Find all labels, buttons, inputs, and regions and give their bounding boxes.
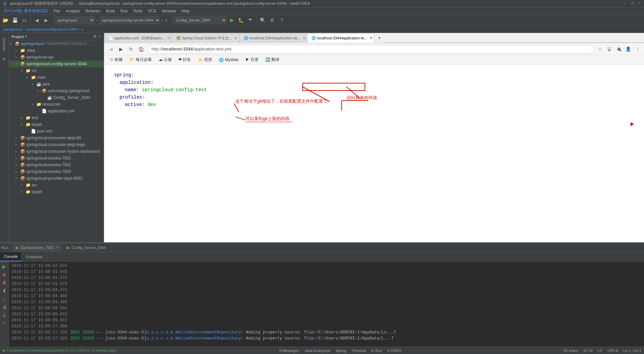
toolbar-back-btn[interactable]: ◀ bbox=[33, 16, 41, 24]
help-btn[interactable]: ? bbox=[278, 16, 286, 24]
toolbar-open-btn[interactable]: 📂 bbox=[1, 16, 9, 24]
tree-item-config-server[interactable]: ▾ 📦 springcloud-config-server-3344 bbox=[9, 61, 104, 67]
debug-button[interactable]: 🐛 bbox=[237, 16, 245, 24]
run-tab-config[interactable]: ▶ Config_Server_3344 bbox=[63, 244, 109, 251]
tree-item-test[interactable]: ▸ 📁 test bbox=[9, 114, 104, 121]
run-tab-eureka[interactable]: ▶ EurekaServer_7001 ✕ bbox=[12, 244, 62, 251]
run-tab-eureka-close[interactable]: ✕ bbox=[56, 246, 59, 249]
project-dropdown-icon[interactable]: ▾ bbox=[25, 34, 27, 39]
sidebar-expand-icon[interactable]: ⤢ bbox=[98, 34, 101, 39]
menu-run[interactable]: Run bbox=[117, 7, 130, 15]
scroll-end-btn[interactable]: ⤓ bbox=[1, 311, 8, 319]
menu-file[interactable]: File bbox=[51, 7, 63, 15]
bookmark-baidu[interactable]: ▶ 百度 bbox=[243, 56, 261, 63]
breadcrumb-config[interactable]: springcloud-config-server-3344 bbox=[26, 27, 77, 31]
cast-icon[interactable]: 📡 bbox=[606, 45, 613, 53]
console-tab[interactable]: Console bbox=[0, 252, 22, 261]
browser-tab-1[interactable]: 📄 application.yml · 狂神说/sprin... ✕ bbox=[104, 33, 171, 43]
tree-item-eureka-7002[interactable]: ▸ 📦 springcloud-eureka-7002 bbox=[9, 162, 104, 168]
run-config-selector[interactable]: Config_Server_3344 bbox=[173, 16, 227, 24]
stop-btn[interactable]: ■ bbox=[1, 271, 8, 278]
tree-item-config-class[interactable]: ▸ ☕ Config_Server_3344 bbox=[9, 94, 104, 101]
tree-item-pom[interactable]: ▸ 📄 pom.xml bbox=[9, 128, 104, 135]
close-button[interactable]: ✕ bbox=[637, 1, 641, 6]
bookmark-myweb[interactable]: 🌐 MyWeb bbox=[216, 57, 241, 63]
tree-item-consumer-hystrix[interactable]: ▸ 📦 springcloud-consumer-hystrix-dashboa… bbox=[9, 148, 104, 155]
tree-item-target[interactable]: ▸ 📁 target bbox=[9, 121, 104, 128]
tree-item-provider-src[interactable]: ▸ 📁 src bbox=[9, 182, 104, 188]
step-into-btn[interactable]: ↓ bbox=[1, 295, 8, 303]
tree-item-eureka-7003[interactable]: ▸ 📦 springcloud-eureka-7003 bbox=[9, 168, 104, 175]
tree-item-main[interactable]: ▾ 📁 main bbox=[9, 74, 104, 81]
run-button[interactable]: ▶ bbox=[228, 16, 236, 24]
browser-tab-2[interactable]: 🌿 Spring Cloud Dalston 中文文... ✕ bbox=[172, 33, 239, 43]
back-button[interactable]: ◀ bbox=[107, 45, 115, 53]
reload-button[interactable]: ↻ bbox=[127, 45, 135, 53]
tree-item-package[interactable]: ▾ 📦 com.kuang.springcloud bbox=[9, 87, 104, 94]
tab4-close[interactable]: ✕ bbox=[369, 36, 373, 40]
restart-btn[interactable]: ▶ bbox=[1, 263, 8, 270]
bookmark-translate[interactable]: 🔤 翻译 bbox=[263, 56, 282, 63]
project-selector[interactable]: springcloud bbox=[55, 16, 95, 24]
breadcrumb-springcloud[interactable]: springcloud bbox=[3, 27, 22, 31]
browser-tab-3[interactable]: 🌐 localhost:3344/application-de... ✕ bbox=[239, 33, 307, 43]
status-java-tab[interactable]: Java Enterprise bbox=[305, 349, 330, 353]
address-bar[interactable]: http://localhost:3344/application-test.y… bbox=[147, 45, 594, 54]
profile-icon[interactable]: 👤 bbox=[624, 45, 632, 53]
status-messages-tab[interactable]: 0 Messages bbox=[279, 349, 299, 353]
home-button[interactable]: 🏠 bbox=[137, 45, 145, 53]
tree-item-src[interactable]: ▾ 📁 src bbox=[9, 67, 104, 74]
tab1-close[interactable]: ✕ bbox=[167, 36, 170, 41]
module-selector[interactable]: springcloud-config-server-3344 bbox=[99, 16, 160, 24]
tree-item-java[interactable]: ▾ ☕ java bbox=[9, 81, 104, 87]
print-btn[interactable]: 🖨 bbox=[1, 303, 8, 311]
menu-analyze[interactable]: Analyze bbox=[63, 7, 83, 15]
menu-window[interactable]: Window bbox=[159, 7, 179, 15]
toolbar-forward-btn[interactable]: ▶ bbox=[42, 16, 50, 24]
menu-vcs[interactable]: VCS bbox=[145, 7, 159, 15]
tree-item-consumer-80[interactable]: ▸ 📦 springcloud-consumer-dept-80 bbox=[9, 135, 104, 141]
breadcrumb-s[interactable]: s bbox=[81, 27, 83, 31]
status-terminal-tab[interactable]: Terminal bbox=[352, 349, 366, 353]
tab3-close[interactable]: ✕ bbox=[303, 36, 306, 41]
close-run-btn[interactable]: ✕ bbox=[1, 319, 8, 327]
bookmark-favorites[interactable]: ☆ 收藏 bbox=[107, 56, 125, 63]
extension-icon[interactable]: 🔌 bbox=[615, 45, 622, 53]
sidebar-gear-icon[interactable]: ⚙ bbox=[93, 34, 97, 39]
browser-tab-4[interactable]: 🌐 localhost:3344/application-te... ✕ bbox=[307, 33, 374, 43]
menu-help[interactable]: Help bbox=[179, 7, 193, 15]
status-spring-tab[interactable]: Spring bbox=[336, 349, 346, 353]
status-todo-tab[interactable]: 6 TODO bbox=[387, 349, 401, 353]
pause-btn[interactable]: ⏸ bbox=[1, 279, 8, 286]
step-over-btn[interactable]: ⬇ bbox=[1, 287, 8, 294]
endpoints-tab[interactable]: Endpoints bbox=[22, 252, 47, 261]
menu-build[interactable]: Build bbox=[103, 7, 118, 15]
tree-item-idea[interactable]: ▸ 📁 .idea bbox=[9, 47, 104, 54]
bookmark-daily[interactable]: 📁 每日必看 bbox=[127, 56, 154, 63]
menu-dots-icon[interactable]: ⋮ bbox=[634, 45, 641, 53]
toolbar-save-all-btn[interactable]: 🗂 bbox=[20, 16, 28, 24]
favorites-btn[interactable]: ★ bbox=[1, 55, 8, 63]
search-everywhere-btn[interactable]: 🔍 bbox=[259, 16, 267, 24]
bookmark-star-icon[interactable]: ☆ bbox=[596, 45, 604, 53]
status-run-tab[interactable]: 4: Run bbox=[371, 349, 382, 353]
tree-item-eureka-7001[interactable]: ▸ 📦 springcloud-eureka-7001 bbox=[9, 155, 104, 162]
tree-item-springcloud[interactable]: ▾ 📦 springcloud F:\班级管理\西开 [19525] \2... bbox=[9, 40, 104, 47]
settings-btn[interactable]: ⚙ bbox=[268, 16, 276, 24]
coverage-button[interactable]: ☂ bbox=[246, 16, 255, 24]
minimize-button[interactable]: ─ bbox=[623, 1, 628, 6]
bookmark-youku[interactable]: ⭐ 优劣 bbox=[195, 56, 214, 63]
tree-item-provider-8001[interactable]: ▾ 📦 springcloud-provider-dept-8001 bbox=[9, 175, 104, 182]
toolbar-save-btn[interactable]: 💾 bbox=[11, 16, 19, 24]
tree-item-consumer-feign[interactable]: ▸ 📦 springcloud-consumer-dept-feign bbox=[9, 141, 104, 148]
bookmark-friends[interactable]: ❤ 好友 bbox=[176, 56, 194, 63]
tree-item-application-yml[interactable]: ▸ 📄 application.yml bbox=[9, 108, 104, 114]
tab2-close[interactable]: ✕ bbox=[234, 36, 237, 41]
structure-btn[interactable]: Structure bbox=[0, 34, 9, 55]
menu-refactor[interactable]: Refactor bbox=[82, 7, 103, 15]
menu-tools[interactable]: Tools bbox=[130, 7, 145, 15]
restore-button[interactable]: ❐ bbox=[630, 1, 635, 6]
forward-button[interactable]: ▶ bbox=[117, 45, 125, 53]
tree-item-provider-target[interactable]: ▸ 📁 target bbox=[9, 188, 104, 195]
menu-edconfig[interactable]: Ed Config: 服务链路追踪 bbox=[1, 7, 51, 15]
